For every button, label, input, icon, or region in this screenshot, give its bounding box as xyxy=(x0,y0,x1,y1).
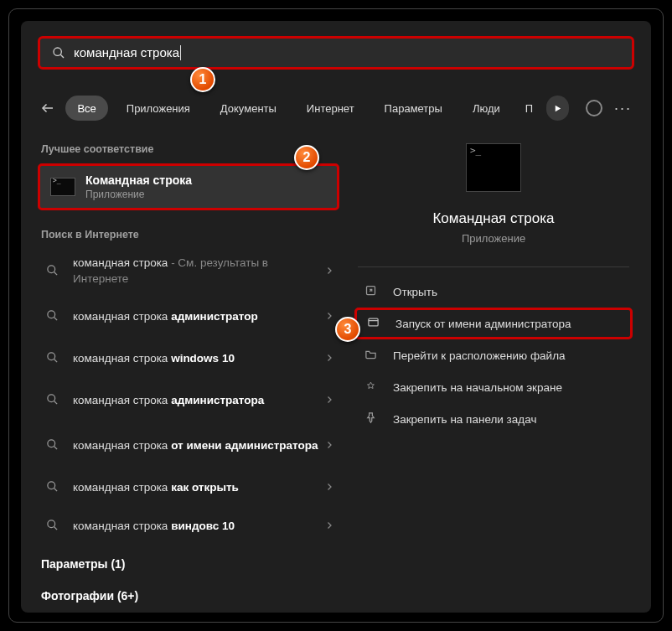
chevron-right-icon xyxy=(324,395,334,407)
web-result-0[interactable]: командная строка - См. результаты в Инте… xyxy=(38,249,339,294)
section-photos[interactable]: Фотографии (6+) xyxy=(38,577,339,609)
action-open-file-location[interactable]: Перейти к расположению файла xyxy=(354,339,633,371)
svg-line-15 xyxy=(54,489,57,491)
search-icon xyxy=(46,480,61,495)
svg-line-9 xyxy=(54,359,57,362)
chevron-right-icon xyxy=(324,482,334,494)
annotation-badge-1: 1 xyxy=(190,67,215,92)
svg-point-10 xyxy=(48,395,55,402)
filter-more-truncated[interactable]: П xyxy=(519,96,540,121)
search-icon xyxy=(46,438,61,453)
search-icon xyxy=(46,264,61,279)
play-button[interactable] xyxy=(546,96,569,121)
filter-web[interactable]: Интернет xyxy=(295,96,366,121)
filter-people[interactable]: Люди xyxy=(461,96,512,121)
search-icon xyxy=(46,351,61,366)
filter-documents[interactable]: Документы xyxy=(209,96,288,121)
preview-subtitle: Приложение xyxy=(354,232,633,245)
web-result-1[interactable]: командная строка администратор xyxy=(38,294,339,339)
svg-line-17 xyxy=(54,527,57,530)
chevron-right-icon xyxy=(324,311,334,323)
web-result-3[interactable]: командная строка администратора xyxy=(38,378,339,423)
chevron-right-icon xyxy=(324,440,334,453)
action-open[interactable]: Открыть xyxy=(354,276,633,308)
section-settings[interactable]: Параметры (1) xyxy=(38,546,339,577)
profile-button[interactable] xyxy=(582,96,605,121)
svg-line-11 xyxy=(54,401,57,404)
cmd-app-icon xyxy=(50,178,75,196)
svg-point-16 xyxy=(48,520,55,528)
filter-settings[interactable]: Параметры xyxy=(373,96,454,121)
web-result-5[interactable]: командная строка как открыть xyxy=(38,468,339,507)
best-match-title: Командная строка xyxy=(85,173,192,187)
preview-title: Командная строка xyxy=(354,210,633,227)
open-icon xyxy=(364,284,381,299)
svg-point-14 xyxy=(48,482,55,489)
web-result-6[interactable]: командная строка виндовс 10 xyxy=(38,507,339,546)
action-pin-start[interactable]: Закрепить на начальном экране xyxy=(354,371,633,403)
profile-ring-icon xyxy=(586,100,602,116)
cmd-app-large-icon xyxy=(466,143,521,192)
svg-line-1 xyxy=(60,54,64,58)
chevron-right-icon xyxy=(324,266,334,278)
web-result-4[interactable]: командная строка от имени администратора xyxy=(38,423,339,468)
search-icon xyxy=(46,393,61,408)
best-match-subtitle: Приложение xyxy=(85,189,192,200)
chevron-right-icon xyxy=(324,520,334,533)
admin-shield-icon xyxy=(367,316,384,331)
action-run-as-admin[interactable]: Запуск от имени администратора xyxy=(354,308,633,339)
search-icon xyxy=(46,309,61,324)
svg-line-7 xyxy=(54,318,57,320)
section-web-search: Поиск в Интернете xyxy=(38,224,339,249)
svg-point-6 xyxy=(48,311,55,318)
pin-icon xyxy=(364,411,381,427)
svg-point-12 xyxy=(48,440,55,447)
filter-all[interactable]: Все xyxy=(65,96,107,121)
web-result-2[interactable]: командная строка windows 10 xyxy=(38,339,339,378)
pin-icon xyxy=(364,380,381,395)
svg-point-0 xyxy=(54,48,61,55)
svg-line-5 xyxy=(54,272,57,275)
search-icon xyxy=(52,46,65,59)
best-match-result[interactable]: Командная строка Приложение xyxy=(38,163,339,210)
svg-marker-3 xyxy=(556,105,561,111)
chevron-right-icon xyxy=(324,353,334,365)
filter-apps[interactable]: Приложения xyxy=(115,96,202,121)
search-icon xyxy=(46,519,61,534)
folder-icon xyxy=(364,348,381,363)
action-pin-taskbar[interactable]: Закрепить на панели задач xyxy=(354,403,633,435)
search-input[interactable]: командная строка xyxy=(38,36,634,70)
svg-point-8 xyxy=(48,353,55,360)
svg-rect-19 xyxy=(369,318,378,326)
svg-line-13 xyxy=(54,447,57,449)
search-query-text: командная строка xyxy=(74,45,181,60)
svg-point-4 xyxy=(48,266,55,273)
more-options-button[interactable]: ··· xyxy=(612,100,634,117)
annotation-badge-2: 2 xyxy=(294,145,319,170)
divider xyxy=(358,266,629,267)
back-button[interactable] xyxy=(38,97,57,119)
annotation-badge-3: 3 xyxy=(335,317,360,342)
